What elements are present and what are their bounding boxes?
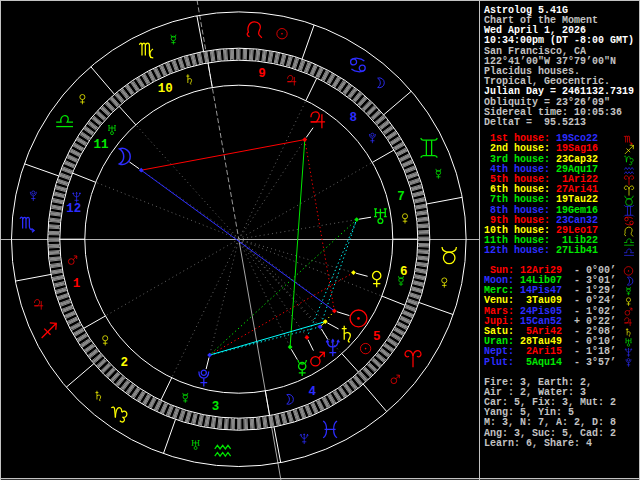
svg-text:8: 8 (350, 111, 358, 125)
svg-text:11: 11 (93, 138, 108, 152)
svg-text:7: 7 (397, 190, 405, 204)
svg-text:2: 2 (121, 356, 129, 370)
svg-text:3: 3 (212, 400, 220, 414)
svg-text:10: 10 (158, 82, 173, 96)
svg-text:1: 1 (73, 277, 81, 291)
svg-text:9: 9 (258, 67, 266, 81)
svg-text:5: 5 (373, 330, 381, 344)
svg-text:4: 4 (309, 385, 317, 399)
svg-text:12: 12 (66, 202, 81, 216)
